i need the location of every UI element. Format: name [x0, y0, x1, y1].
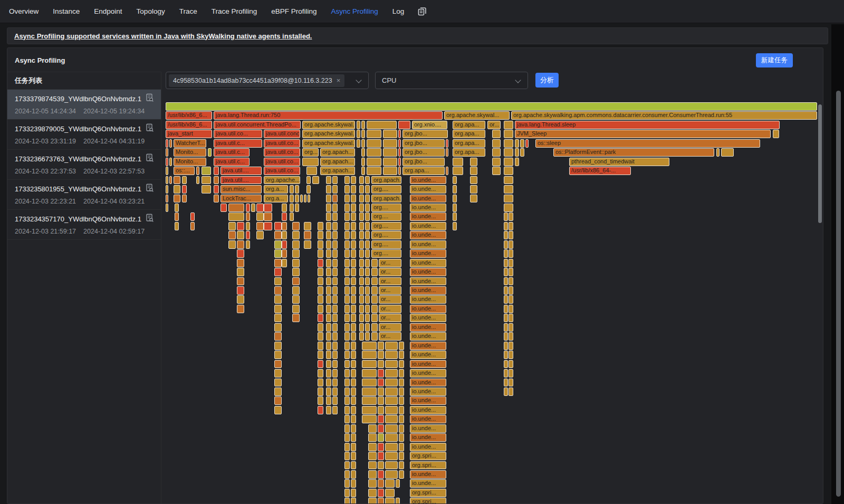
flame-bar[interactable] [365, 203, 370, 212]
flame-bar[interactable] [359, 195, 364, 203]
flame-bar[interactable]: sun.misc... [220, 185, 262, 193]
flame-bar[interactable] [318, 323, 323, 332]
flame-bar[interactable] [344, 461, 350, 470]
flame-bar[interactable] [385, 415, 398, 423]
flame-bar[interactable] [504, 342, 508, 350]
flame-bar[interactable] [326, 314, 331, 322]
flame-bar[interactable] [371, 305, 378, 313]
tab-overview[interactable]: Overview [9, 7, 39, 15]
flame-bar[interactable] [274, 286, 282, 295]
flame-bar[interactable] [492, 158, 501, 166]
flame-bar[interactable] [716, 148, 720, 157]
flame-bar[interactable] [351, 443, 356, 451]
flame-bar[interactable] [246, 222, 250, 230]
flame-bar[interactable] [525, 139, 529, 148]
flame-bar[interactable] [504, 121, 513, 129]
flame-bar[interactable] [318, 295, 323, 304]
flame-bar[interactable] [292, 268, 300, 276]
flame-bar[interactable] [504, 240, 508, 249]
flame-bar[interactable]: java.lang.Thread.sleep [515, 121, 780, 129]
flame-bar[interactable] [208, 148, 212, 157]
flame-bar[interactable] [290, 203, 294, 212]
flame-bar[interactable] [318, 387, 323, 396]
flame-bar[interactable]: io.unde... [410, 443, 446, 451]
flame-bar[interactable] [237, 277, 244, 286]
flame-bar[interactable] [274, 249, 282, 258]
flame-bar[interactable] [504, 167, 513, 175]
flame-bar[interactable]: io.unde... [410, 277, 446, 286]
flame-bar[interactable] [332, 195, 338, 203]
flame-bar[interactable] [368, 498, 377, 504]
flame-bar[interactable] [351, 259, 356, 267]
flame-bar[interactable] [351, 332, 356, 341]
flame-bar[interactable] [175, 222, 179, 230]
flame-bar[interactable] [318, 277, 323, 286]
flame-bar[interactable] [256, 203, 264, 212]
flame-bar[interactable] [351, 489, 356, 497]
flame-bar[interactable] [344, 249, 350, 258]
flame-bar[interactable] [326, 176, 331, 185]
flame-bar[interactable] [365, 212, 370, 221]
flame-bar[interactable] [399, 470, 404, 479]
instance-select[interactable]: 4c958530a1b14ad8ab73cc4451a39f08@10.116.… [166, 72, 369, 89]
flame-bar[interactable] [365, 222, 370, 230]
flame-bar[interactable]: /usr/lib/x86_6... [166, 121, 212, 129]
flame-bar[interactable]: org.a... [264, 185, 288, 193]
flame-bar[interactable] [371, 295, 378, 304]
flame-bar[interactable]: org.jbo... [402, 148, 445, 157]
flame-bar[interactable] [365, 332, 370, 341]
flame-bar[interactable]: org.... [371, 203, 401, 212]
flame-bar[interactable]: io.unde... [410, 396, 446, 405]
flame-bar[interactable] [306, 185, 311, 193]
flame-bar[interactable] [295, 185, 299, 193]
flame-bar[interactable] [453, 185, 457, 193]
flame-bar[interactable]: org.... [371, 249, 401, 258]
flame-bar[interactable] [332, 240, 338, 249]
flame-bar[interactable] [190, 212, 195, 221]
flame-bar[interactable] [365, 259, 370, 267]
flame-bar[interactable] [292, 231, 300, 239]
flame-bar[interactable]: io.unde... [410, 479, 446, 488]
flame-bar[interactable] [383, 158, 397, 166]
flame-bar[interactable] [504, 305, 508, 313]
flame-bar[interactable] [332, 379, 338, 387]
flame-bar[interactable] [367, 121, 397, 129]
flame-bar[interactable] [295, 203, 299, 212]
flame-bar[interactable] [344, 489, 350, 497]
flame-bar[interactable] [509, 240, 513, 249]
flame-bar[interactable] [344, 195, 350, 203]
flame-bar[interactable]: LockTrac... [220, 195, 262, 203]
tab-trace[interactable]: Trace [179, 7, 197, 15]
flame-bar[interactable] [304, 195, 306, 203]
analyze-button[interactable]: 分析 [535, 73, 559, 88]
flame-bar[interactable] [504, 249, 508, 258]
remove-tag-icon[interactable]: × [337, 76, 341, 84]
flame-bar[interactable] [367, 167, 381, 175]
flame-bar[interactable] [256, 222, 264, 230]
flame-bar[interactable] [318, 286, 323, 295]
flame-bar[interactable] [396, 498, 400, 504]
flame-bar[interactable]: or... [379, 332, 401, 341]
flame-bar[interactable] [175, 212, 179, 221]
flame-bar[interactable] [399, 351, 404, 359]
flame-bar[interactable] [318, 360, 323, 369]
flame-bar[interactable] [399, 387, 404, 396]
flame-bar[interactable] [290, 195, 294, 203]
flame-bar[interactable] [344, 360, 350, 369]
flame-bar[interactable] [332, 185, 338, 193]
flame-bar[interactable] [290, 185, 294, 193]
flame-bar[interactable] [371, 323, 378, 332]
flame-bar[interactable]: java.util.... [220, 167, 262, 175]
flame-bar[interactable]: org.apache.skywalking.apm.commons.dataca… [511, 111, 817, 120]
flame-bar[interactable] [274, 360, 282, 369]
flame-bar[interactable]: io.unde... [410, 369, 446, 377]
flame-bar[interactable] [282, 203, 287, 212]
flame-bar[interactable] [237, 231, 244, 239]
flame-bar[interactable] [326, 259, 331, 267]
flame-bar[interactable] [509, 369, 513, 377]
flame-bar[interactable] [509, 305, 513, 313]
flame-bar[interactable] [344, 443, 350, 451]
flame-bar[interactable] [773, 130, 779, 138]
flame-bar[interactable] [326, 360, 331, 369]
flame-bar[interactable] [304, 231, 311, 239]
